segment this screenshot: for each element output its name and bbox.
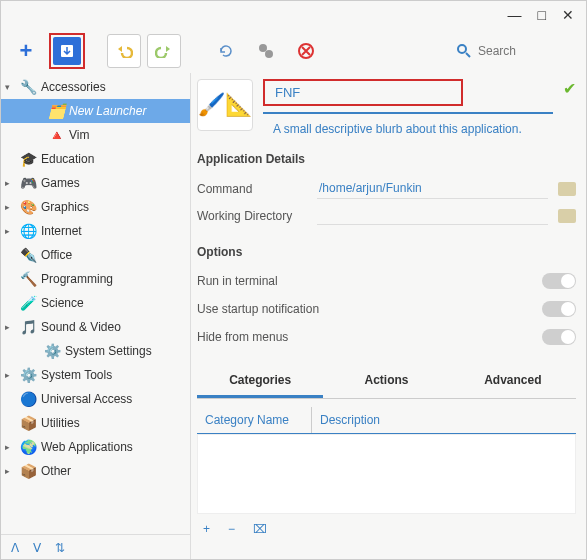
redo-icon xyxy=(155,44,173,58)
col-description[interactable]: Description xyxy=(312,407,388,433)
app-icon-picker[interactable]: 🖌️📐 xyxy=(197,79,253,131)
gears-icon xyxy=(257,42,275,60)
detail-value[interactable] xyxy=(317,207,548,225)
tree-icon: 🎵 xyxy=(19,318,37,336)
divider xyxy=(263,112,553,114)
detail-label: Command xyxy=(197,182,307,196)
svg-point-4 xyxy=(458,45,466,53)
refresh-icon xyxy=(218,43,234,59)
app-name-input[interactable] xyxy=(275,85,443,100)
tree-icon: 🌐 xyxy=(19,222,37,240)
tree-icon: 🌍 xyxy=(19,438,37,456)
main-toolbar: + xyxy=(1,29,586,73)
close-button[interactable]: ✕ xyxy=(562,7,574,23)
sort-button[interactable]: ⇅ xyxy=(55,541,65,555)
tree-icon: 🗂️ xyxy=(47,102,65,120)
tree-icon: 🎮 xyxy=(19,174,37,192)
app-description-input[interactable]: A small descriptive blurb about this app… xyxy=(263,122,553,136)
tab-actions[interactable]: Actions xyxy=(323,365,449,398)
row-add-button[interactable]: + xyxy=(203,522,210,536)
option-row-use-startup-notification: Use startup notification xyxy=(197,295,576,323)
option-toggle[interactable] xyxy=(542,329,576,345)
tree-label: Programming xyxy=(41,272,113,286)
folder-browse-button[interactable] xyxy=(558,209,576,223)
table-header: Category Name Description xyxy=(197,407,576,434)
detail-row-command: Command/home/arjun/Funkin xyxy=(197,174,576,203)
tree-label: Web Applications xyxy=(41,440,133,454)
sidebar-footer: ᐱ ᐯ ⇅ xyxy=(1,534,190,560)
tree-item-internet[interactable]: 🌐Internet xyxy=(1,219,190,243)
tree-item-universal-access[interactable]: 🔵Universal Access xyxy=(1,387,190,411)
tree-label: Games xyxy=(41,176,80,190)
tree-item-vim[interactable]: 🔺Vim xyxy=(1,123,190,147)
row-remove-button[interactable]: − xyxy=(228,522,235,536)
tree-icon: 🔨 xyxy=(19,270,37,288)
tree-label: Sound & Video xyxy=(41,320,121,334)
tree-item-system-settings[interactable]: ⚙️System Settings xyxy=(1,339,190,363)
tree-icon: 🔵 xyxy=(19,390,37,408)
option-row-hide-from-menus: Hide from menus xyxy=(197,323,576,351)
tree-label: System Tools xyxy=(41,368,112,382)
table-body[interactable] xyxy=(197,434,576,514)
folder-browse-button[interactable] xyxy=(558,182,576,196)
add-button[interactable]: + xyxy=(9,34,43,68)
search-input[interactable] xyxy=(478,44,578,58)
search-icon xyxy=(456,43,472,59)
tree-label: Other xyxy=(41,464,71,478)
execute-button[interactable] xyxy=(249,34,283,68)
content-pane: 🖌️📐 A small descriptive blurb about this… xyxy=(191,73,586,560)
tree-label: Accessories xyxy=(41,80,106,94)
tree-icon: 🧪 xyxy=(19,294,37,312)
tree-item-graphics[interactable]: 🎨Graphics xyxy=(1,195,190,219)
redo-button[interactable] xyxy=(147,34,181,68)
option-toggle[interactable] xyxy=(542,273,576,289)
tree-label: Graphics xyxy=(41,200,89,214)
detail-row-working-directory: Working Directory xyxy=(197,203,576,229)
delete-button[interactable] xyxy=(289,34,323,68)
tree-icon: 🔧 xyxy=(19,78,37,96)
maximize-button[interactable]: □ xyxy=(538,7,546,23)
tree-icon: ⚙️ xyxy=(43,342,61,360)
move-up-button[interactable]: ᐱ xyxy=(11,541,19,555)
save-button[interactable] xyxy=(53,37,81,65)
minimize-button[interactable]: — xyxy=(508,7,522,23)
col-category-name[interactable]: Category Name xyxy=(197,407,312,433)
tree-icon: ⚙️ xyxy=(19,366,37,384)
tree-item-science[interactable]: 🧪Science xyxy=(1,291,190,315)
tree-item-new-launcher[interactable]: 🗂️New Launcher xyxy=(1,99,190,123)
tabs: CategoriesActionsAdvanced xyxy=(197,365,576,399)
tree-item-web-applications[interactable]: 🌍Web Applications xyxy=(1,435,190,459)
row-clear-button[interactable]: ⌧ xyxy=(253,522,267,536)
sidebar: 🔧Accessories🗂️New Launcher🔺Vim🎓Education… xyxy=(1,73,191,560)
tab-categories[interactable]: Categories xyxy=(197,365,323,398)
tree-item-other[interactable]: 📦Other xyxy=(1,459,190,483)
detail-value[interactable]: /home/arjun/Funkin xyxy=(317,178,548,199)
valid-check-icon: ✔ xyxy=(563,79,576,98)
tab-advanced[interactable]: Advanced xyxy=(450,365,576,398)
tree-item-programming[interactable]: 🔨Programming xyxy=(1,267,190,291)
tree-icon: 🎓 xyxy=(19,150,37,168)
tree-item-accessories[interactable]: 🔧Accessories xyxy=(1,75,190,99)
option-label: Use startup notification xyxy=(197,302,542,316)
tree-item-system-tools[interactable]: ⚙️System Tools xyxy=(1,363,190,387)
tree-item-office[interactable]: ✒️Office xyxy=(1,243,190,267)
tree-item-games[interactable]: 🎮Games xyxy=(1,171,190,195)
option-label: Run in terminal xyxy=(197,274,542,288)
option-toggle[interactable] xyxy=(542,301,576,317)
svg-point-1 xyxy=(259,44,267,52)
refresh-button[interactable] xyxy=(209,34,243,68)
tree-item-utilities[interactable]: 📦Utilities xyxy=(1,411,190,435)
tree-icon: 📦 xyxy=(19,462,37,480)
tree-item-education[interactable]: 🎓Education xyxy=(1,147,190,171)
search-wrap xyxy=(456,43,578,59)
delete-icon xyxy=(297,42,315,60)
detail-label: Working Directory xyxy=(197,209,307,223)
move-down-button[interactable]: ᐯ xyxy=(33,541,41,555)
tree-item-sound-video[interactable]: 🎵Sound & Video xyxy=(1,315,190,339)
titlebar: — □ ✕ xyxy=(1,1,586,29)
tree-icon: ✒️ xyxy=(19,246,37,264)
tree-icon: 📦 xyxy=(19,414,37,432)
tree-label: System Settings xyxy=(65,344,152,358)
undo-button[interactable] xyxy=(107,34,141,68)
category-tree: 🔧Accessories🗂️New Launcher🔺Vim🎓Education… xyxy=(1,73,190,534)
